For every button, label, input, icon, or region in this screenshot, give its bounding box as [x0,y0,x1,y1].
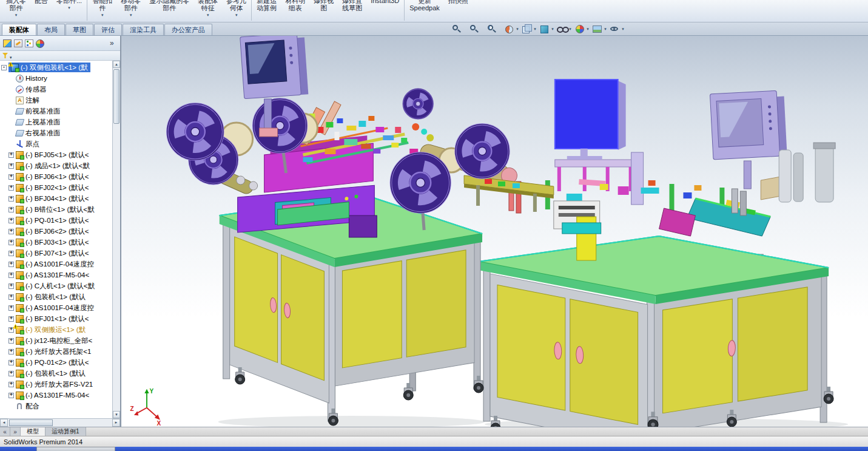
expander-icon[interactable] [8,338,14,344]
ribbon-button[interactable]: 装配体 特征 [194,0,221,19]
tree-filter-row[interactable] [0,51,120,61]
ribbon-button[interactable] [251,0,252,21]
tree-row[interactable]: (-) PQ-01<2> (默认< [0,357,112,368]
command-tab[interactable]: 布局 [37,24,65,35]
windows-taskbar[interactable] [0,447,868,451]
tree-row[interactable]: History [0,73,112,84]
expander-icon[interactable] [8,174,14,180]
displaymanager-icon[interactable] [35,39,45,48]
model-tab[interactable]: 运动算例1 [45,427,86,436]
ribbon-button[interactable]: 插入零 部件 [2,0,30,19]
edit-appearance-icon[interactable] [574,24,590,34]
tree-row[interactable]: 注解 [0,95,112,106]
ribbon-button[interactable]: 爆炸视 图 [310,0,337,12]
selected-root-item[interactable]: (-) 双侧包装机<1> (默 [8,63,90,72]
tree-row[interactable]: (-) 包装机<1> (默认 [0,291,112,302]
expander-icon[interactable] [8,262,14,267]
tree-row[interactable]: 原点 [0,138,112,149]
ribbon-button[interactable]: 移动零 部件 [117,0,144,19]
tree-row[interactable]: (-) PQ-01<1> (默认< [0,215,112,226]
dropdown-caret-icon[interactable] [129,12,133,19]
tree-row[interactable]: (-) 包装机<1> (默认 [0,368,112,379]
section-view-icon[interactable] [503,24,520,34]
expander-icon[interactable] [8,360,14,365]
tree-row[interactable]: (-) C人机<1> (默认<默 [0,280,112,291]
tree-row[interactable]: (-) BFJ01<1> (默认< [0,313,112,324]
scrollbar-thumb[interactable] [113,69,119,124]
propertymanager-icon[interactable] [13,39,23,48]
scroll-left-icon[interactable] [0,419,8,427]
dropdown-caret-icon[interactable] [585,27,590,32]
scroll-up-icon[interactable] [113,61,120,68]
tree-row[interactable]: (-) jx12-电控柜_全部< [0,335,112,346]
tree-row[interactable]: (-) BFJ02<1> (默认< [0,182,112,193]
tree-row[interactable]: (-) BFJ04<1> (默认< [0,193,112,204]
zoom-to-area-icon[interactable] [468,24,485,34]
display-style-icon[interactable] [539,24,555,34]
graphics-area[interactable]: Y X Z [121,36,868,427]
dropdown-caret-icon[interactable] [206,12,210,19]
expander-icon[interactable] [8,393,14,398]
ribbon-button[interactable]: 配合 [31,0,52,4]
dropdown-caret-icon[interactable] [533,27,537,32]
dropdown-caret-icon[interactable] [603,27,608,32]
command-tab[interactable]: 装配体 [2,24,36,35]
tree-row[interactable]: (-) AS1001F-04速度控 [0,259,112,270]
dropdown-caret-icon[interactable] [100,12,105,19]
command-tab[interactable]: 评估 [94,24,122,35]
tab-scroll-left-icon[interactable] [0,427,10,436]
tree-row[interactable]: 传感器 [0,84,112,95]
ribbon-button[interactable]: 智能扣 件 [89,0,116,19]
expander-icon[interactable] [8,273,14,278]
expander-icon[interactable] [8,229,14,234]
tab-scroll-right-icon[interactable] [10,427,21,436]
expander-icon[interactable] [8,349,14,354]
ribbon-button[interactable]: 零部件... [53,0,86,12]
previous-view-icon[interactable] [486,24,502,34]
tree-horizontal-scrollbar[interactable] [0,418,120,427]
ribbon-button[interactable]: 参考几 何体 [223,0,250,19]
tree-row[interactable]: (-) 双侧搬运<1> (默 [0,324,112,335]
expander-icon[interactable] [8,152,14,158]
expander-icon[interactable] [8,218,14,223]
scroll-down-icon[interactable] [113,411,120,418]
dropdown-caret-icon[interactable] [14,12,19,19]
ribbon-button[interactable]: 新建运 动算例 [253,0,280,12]
hide-show-items-icon[interactable] [556,24,573,34]
tree-row-root[interactable]: (-) 双侧包装机<1> (默 [0,62,120,73]
expander-icon[interactable] [8,196,14,202]
view-orientation-icon[interactable] [521,24,537,34]
expander-icon[interactable] [8,327,14,333]
command-tab[interactable]: 草图 [66,24,93,35]
expander-icon[interactable] [8,382,14,387]
command-tab[interactable]: 办公室产品 [164,24,212,35]
dropdown-caret-icon[interactable] [515,27,520,32]
tree-row[interactable]: (-) AS1301F-M5-04< [0,270,112,280]
tree-row[interactable]: (-) BFJ06<2> (默认< [0,226,112,237]
tree-row[interactable]: 配合 [0,401,112,412]
taskbar-item[interactable] [36,447,115,451]
ribbon-button[interactable] [404,0,405,21]
apply-scene-icon[interactable] [591,24,608,34]
expander-icon[interactable] [8,371,14,376]
dropdown-caret-icon[interactable] [621,27,625,32]
filter-caret-icon[interactable] [10,50,12,61]
dropdown-caret-icon[interactable] [234,12,239,19]
tree-row[interactable]: (-) 成品<1> (默认<默 [0,160,112,171]
ribbon-button[interactable]: 显示隐藏的零 部件 [146,0,193,12]
tree-row[interactable]: 上视基准面 [0,117,112,127]
featuremanager-tree-icon[interactable] [2,39,12,48]
tree-row[interactable]: (-) BFJ07<1> (默认< [0,248,112,259]
ribbon-button[interactable] [87,0,87,21]
expander-icon[interactable] [8,240,14,245]
dropdown-caret-icon[interactable] [550,27,555,32]
model-tab[interactable]: 模型 [21,427,45,436]
expander-icon[interactable] [8,185,14,191]
expander-icon[interactable] [1,65,7,70]
ribbon-button[interactable]: 更新 Speedpak [406,0,443,12]
tree-row[interactable]: (-) BFJ03<1> (默认< [0,237,112,248]
expander-icon[interactable] [8,207,14,212]
ribbon-button[interactable]: 爆炸直 线草图 [338,0,366,12]
expander-icon[interactable] [8,316,14,322]
tree-row[interactable]: (-) AS1001F-04速度控 [0,302,112,313]
